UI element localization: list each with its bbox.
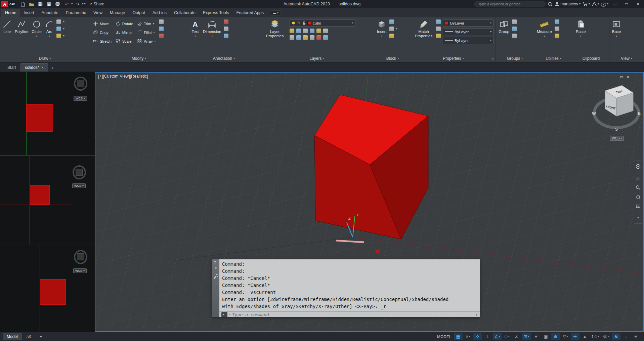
annotation-scale-button[interactable]: 1:1▾: [590, 333, 601, 340]
tab-home[interactable]: Home: [1, 9, 20, 17]
undo-caret-icon[interactable]: ▾: [71, 3, 73, 5]
arc-tool[interactable]: Arc ▾: [44, 19, 54, 39]
qat-customize-caret-icon[interactable]: ▾: [84, 3, 85, 5]
new-file-button[interactable]: [19, 1, 27, 7]
viewport-controls-label[interactable]: [+][Custom View][Realistic]: [98, 74, 148, 79]
lineweight-toggle[interactable]: ≡: [532, 333, 541, 340]
save-button[interactable]: [36, 1, 44, 7]
viewcube-south-label[interactable]: S: [615, 127, 618, 132]
rotate-tool[interactable]: Rotate: [115, 19, 134, 28]
command-history[interactable]: Command:Command:Command: *Cancel*Command…: [219, 259, 480, 311]
viewcube[interactable]: W S E TOP FRONT WCS ▾: [592, 81, 643, 148]
rectangle-tool[interactable]: ▾: [56, 19, 65, 24]
main-viewport[interactable]: Z Y [+][Custom View][Realistic] — ▭ × W …: [95, 72, 644, 332]
id-point-tool[interactable]: [555, 34, 559, 38]
create-block-tool[interactable]: [389, 19, 397, 24]
insert-block-button[interactable]: Insert ▾: [376, 19, 387, 39]
plot-button[interactable]: [54, 1, 62, 7]
explode-tool[interactable]: [159, 27, 164, 31]
ungroup-tool[interactable]: [512, 19, 517, 24]
linetype-dropdown[interactable]: ByLayer ▾: [443, 37, 493, 44]
command-close-button[interactable]: ×: [214, 266, 217, 270]
quick-select-tool[interactable]: [555, 19, 559, 24]
file-tab-start[interactable]: Start: [3, 63, 20, 72]
red-cube-solid[interactable]: [314, 95, 428, 239]
unlock-layer-tool[interactable]: [316, 35, 321, 40]
quick-calculator-tool[interactable]: [555, 27, 559, 31]
tab-manage[interactable]: Manage: [106, 9, 129, 17]
file-tab-solidos[interactable]: solidos* ×: [20, 63, 48, 72]
tab-annotate[interactable]: Annotate: [38, 9, 62, 17]
group-selection-tool[interactable]: [512, 34, 517, 38]
group-edit-tool[interactable]: [512, 27, 517, 31]
modify-panel-label[interactable]: Modify▾: [90, 55, 188, 62]
erase-tool[interactable]: [159, 19, 164, 24]
hardware-acceleration-toggle[interactable]: ≋: [612, 333, 620, 340]
autocad-logo-icon[interactable]: A: [1, 1, 8, 7]
snap-mode-toggle[interactable]: #▾: [464, 333, 472, 340]
maximize-window-button[interactable]: ▭: [622, 0, 631, 8]
annotation-visibility-toggle[interactable]: ▲: [581, 333, 589, 340]
tab-parametric[interactable]: Parametric: [62, 9, 90, 17]
lineweight-dropdown[interactable]: ByLayer ▾: [443, 28, 493, 35]
draw-panel-label[interactable]: Draw▾: [0, 55, 90, 62]
viewport-minimize-button[interactable]: —: [612, 75, 616, 79]
array-tool[interactable]: Array▾: [136, 37, 157, 45]
lock-layer-tool[interactable]: [310, 35, 314, 40]
recent-commands-caret-icon[interactable]: ▾: [229, 313, 230, 316]
mirror-tool[interactable]: Mirror: [115, 28, 134, 37]
isolate-layer-tool[interactable]: [310, 29, 314, 33]
measure-button[interactable]: Measure ▾: [536, 19, 553, 39]
wcs-dropdown[interactable]: WCS▾: [73, 268, 87, 273]
ortho-mode-toggle[interactable]: ⊥: [483, 333, 492, 340]
offset-tool[interactable]: [159, 34, 164, 38]
wcs-dropdown[interactable]: WCS ▾: [610, 136, 624, 141]
close-file-tab-icon[interactable]: ×: [41, 66, 43, 70]
polar-tracking-toggle[interactable]: ∠▾: [493, 333, 502, 340]
zoom-extents-button[interactable]: [635, 183, 642, 192]
layer-dropdown[interactable]: cubo ▾: [290, 19, 355, 27]
tab-featured-apps[interactable]: Featured Apps: [233, 9, 267, 17]
grid-display-toggle[interactable]: ▦: [454, 333, 463, 340]
copy-tool[interactable]: Copy: [92, 28, 113, 37]
app-store-button[interactable]: ▾: [583, 2, 590, 6]
make-current-layer-tool[interactable]: [290, 29, 294, 33]
cube-front-view[interactable]: [30, 185, 50, 205]
text-tool[interactable]: A Text ▾: [190, 19, 200, 39]
turn-on-all-layers-tool[interactable]: [303, 35, 308, 40]
open-file-button[interactable]: [28, 1, 36, 7]
full-navigation-wheel-button[interactable]: [635, 162, 642, 171]
match-properties-button[interactable]: Match Properties: [413, 19, 434, 39]
model-paper-space-button[interactable]: MODEL: [436, 333, 453, 340]
layers-panel-label[interactable]: Layers▾: [260, 55, 374, 62]
unisolate-layer-tool[interactable]: [290, 35, 294, 40]
fillet-tool[interactable]: Fillet▾: [136, 28, 157, 37]
help-button[interactable]: ? ▾: [601, 2, 608, 7]
viewcube-mini-icon[interactable]: [74, 250, 87, 264]
isodraft-toggle[interactable]: ◇▾: [503, 333, 511, 340]
tab-express-tools[interactable]: Express Tools: [199, 9, 233, 17]
selection-cycling-toggle[interactable]: ▣: [542, 333, 550, 340]
ellipse-tool[interactable]: ▾: [56, 27, 65, 31]
object-color-tool[interactable]: [436, 19, 441, 24]
layout-tab-a3[interactable]: a3: [23, 333, 35, 340]
off-layer-tool[interactable]: [323, 29, 328, 33]
annotation-panel-label[interactable]: Annotation▾: [188, 55, 260, 62]
new-drawing-tab-button[interactable]: +: [49, 64, 57, 72]
command-history-toggle-icon[interactable]: ▲: [475, 313, 478, 316]
command-prompt-icon[interactable]: ▸_: [221, 312, 227, 317]
circle-tool[interactable]: Circle ▾: [31, 19, 42, 39]
undo-button[interactable]: ↶: [62, 1, 71, 7]
polyline-tool[interactable]: Polyline: [14, 19, 29, 35]
layer-walk-tool[interactable]: [323, 35, 328, 40]
view-panel-label[interactable]: View▾: [609, 55, 644, 62]
tab-view[interactable]: View: [90, 9, 106, 17]
save-as-button[interactable]: [45, 1, 53, 7]
side-viewport-front[interactable]: WCS▾: [0, 156, 95, 244]
customize-wrench-icon[interactable]: [213, 274, 218, 279]
hatch-tool[interactable]: ▾: [56, 34, 65, 38]
account-button[interactable]: martaccrv ▾: [555, 2, 581, 6]
drag-grip-icon[interactable]: [214, 261, 215, 262]
thaw-all-layers-tool[interactable]: [296, 35, 301, 40]
group-button[interactable]: Group: [498, 19, 510, 35]
